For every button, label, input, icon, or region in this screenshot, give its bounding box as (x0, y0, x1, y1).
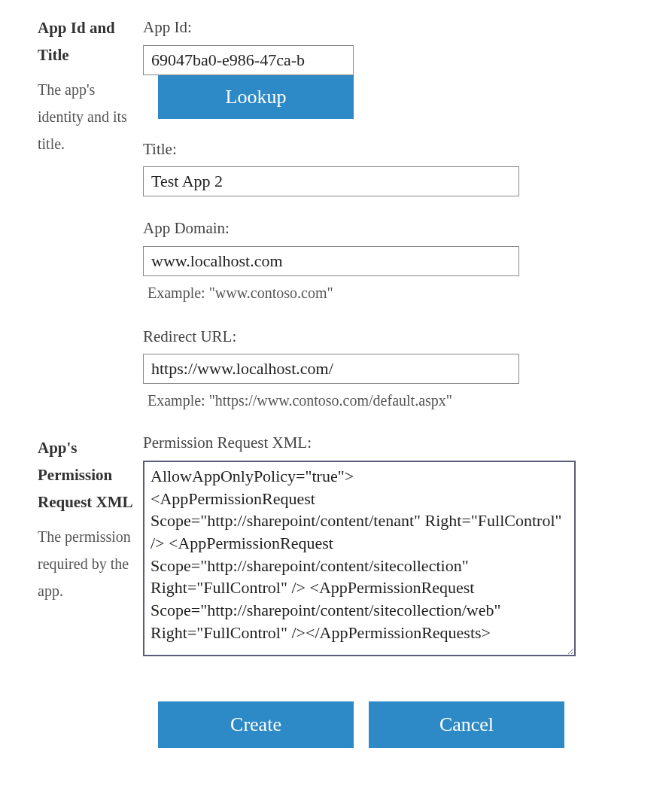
section-content: Permission Request XML: (143, 435, 642, 656)
title-input[interactable] (143, 166, 519, 196)
button-row: Create Cancel (158, 701, 642, 748)
section-description: The permission required by the app. (38, 523, 135, 604)
section-title: App Id and Title (38, 15, 135, 68)
section-permission-xml: App's Permission Request XML The permiss… (38, 435, 642, 656)
section-sidebar: App's Permission Request XML The permiss… (38, 435, 143, 656)
section-description: The app's identity and its title. (38, 76, 135, 157)
app-domain-label: App Domain: (143, 216, 642, 242)
cancel-button[interactable]: Cancel (369, 701, 564, 748)
permission-xml-label: Permission Request XML: (143, 430, 642, 456)
title-field-group: Title: (143, 137, 642, 202)
lookup-button[interactable]: Lookup (158, 75, 354, 119)
app-id-input[interactable] (143, 45, 354, 75)
app-id-row: Lookup (143, 45, 642, 119)
redirect-url-hint: Example: "https://www.contoso.com/defaul… (147, 388, 642, 412)
redirect-field-group: Redirect URL: Example: "https://www.cont… (143, 324, 642, 413)
section-app-id-title: App Id and Title The app's identity and … (38, 15, 642, 412)
app-domain-field-group: App Domain: Example: "www.contoso.com" (143, 216, 642, 305)
section-content: App Id: Lookup Title: App Domain: Exampl… (143, 15, 642, 412)
permission-xml-textarea[interactable] (143, 461, 576, 656)
create-button[interactable]: Create (158, 701, 354, 748)
redirect-url-label: Redirect URL: (143, 324, 642, 350)
app-domain-input[interactable] (143, 246, 519, 276)
redirect-url-input[interactable] (143, 354, 519, 384)
app-id-label: App Id: (143, 15, 642, 41)
section-title: App's Permission Request XML (38, 435, 135, 516)
title-label: Title: (143, 137, 642, 163)
app-domain-hint: Example: "www.contoso.com" (147, 281, 642, 305)
section-sidebar: App Id and Title The app's identity and … (38, 15, 143, 412)
